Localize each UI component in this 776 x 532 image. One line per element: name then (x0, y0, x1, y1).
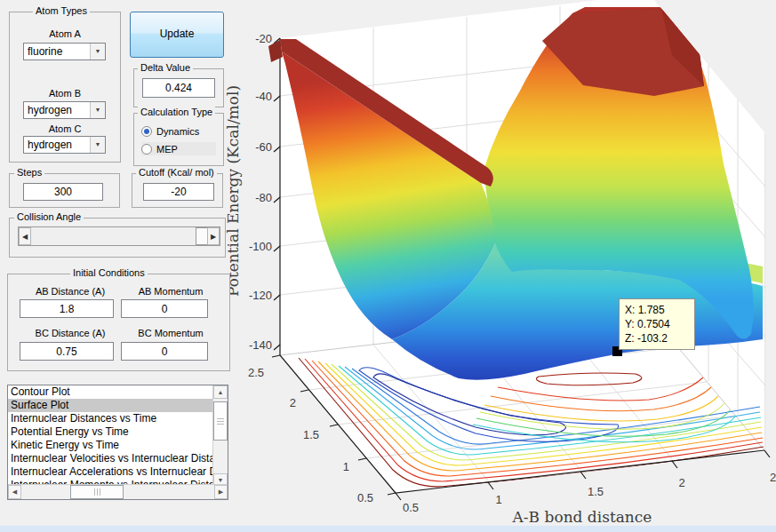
bc-momentum-field[interactable] (121, 342, 208, 361)
chevron-down-icon[interactable]: ▼ (90, 44, 105, 60)
atom-c-label: Atom C (10, 123, 120, 134)
list-item[interactable]: Contour Plot (8, 385, 213, 399)
datatip-x: X: 1.785 (625, 303, 689, 317)
atom-b-value: hydrogen (28, 104, 72, 116)
radio-selected-icon[interactable] (141, 126, 152, 137)
initial-conditions-panel: Initial Conditions AB Distance (A) AB Mo… (7, 274, 230, 371)
delta-value-panel: Delta Value (133, 68, 224, 107)
x-tick-label: 2.5 (763, 471, 776, 484)
datatip-tooltip: X: 1.785 Y: 0.7504 Z: -103.2 (619, 298, 695, 350)
window-bottom-strip (0, 526, 776, 532)
z-tick-label: -80 (240, 191, 272, 204)
atom-c-value: hydrogen (28, 139, 72, 151)
atom-b-label: Atom B (10, 88, 120, 99)
plot-type-listbox[interactable]: Contour Plot Surface Plot Internuclear D… (7, 385, 228, 500)
z-tick-label: -40 (240, 90, 272, 103)
ab-distance-field[interactable] (20, 299, 114, 318)
x-tick-label: 1 (484, 493, 514, 506)
z-tick-label: -20 (240, 32, 272, 45)
atom-types-title: Atom Types (33, 5, 90, 16)
x-tick-label: 0.5 (396, 501, 426, 514)
slider-right-arrow-icon[interactable]: ▶ (207, 227, 220, 245)
vertical-scrollbar[interactable]: ▲ ▼ (212, 385, 228, 487)
slider-left-arrow-icon[interactable]: ◀ (19, 227, 31, 245)
steps-field[interactable] (23, 183, 103, 201)
z-tick-label: -60 (240, 140, 272, 154)
chevron-down-icon[interactable]: ▼ (90, 102, 105, 118)
list-item[interactable]: Internuclear Velocities vs Internuclear … (8, 452, 213, 465)
list-item[interactable]: Kinetic Energy vs Time (8, 439, 213, 452)
radio-dynamics-label: Dynamics (156, 126, 199, 137)
ab-distance-label: AB Distance (A) (17, 286, 124, 297)
list-item[interactable]: Internuclear Accelerations vs Internucle… (8, 465, 213, 479)
bc-distance-field[interactable] (20, 342, 114, 361)
update-button[interactable]: Update (130, 12, 224, 58)
bc-distance-label: BC Distance (A) (17, 328, 124, 338)
radio-unselected-icon[interactable] (141, 144, 152, 155)
atom-a-value: fluorine (28, 45, 62, 58)
delta-value-title: Delta Value (138, 62, 193, 73)
horizontal-scrollbar[interactable]: ◀ ▶ (8, 484, 228, 499)
radio-dynamics[interactable]: Dynamics (141, 124, 199, 138)
y-tick-label: 1 (323, 460, 349, 473)
x-tick-label: 2 (667, 476, 697, 489)
list-item-selected[interactable]: Surface Plot (8, 399, 213, 412)
plot-type-list: Contour Plot Surface Plot Internuclear D… (8, 385, 213, 485)
atom-a-select[interactable]: fluorine ▼ (23, 43, 106, 60)
initial-conditions-title: Initial Conditions (70, 267, 148, 278)
datatip-z: Z: -103.2 (625, 331, 689, 345)
y-tick-label: 2.5 (237, 366, 264, 379)
y-tick-label: 2 (269, 396, 296, 409)
y-tick-label: 1.5 (292, 428, 319, 441)
bc-momentum-label: BC Momentum (122, 328, 220, 338)
atom-b-select[interactable]: hydrogen ▼ (23, 101, 106, 119)
z-tick-label: -140 (240, 338, 272, 352)
cutoff-panel: Cutoff (Kcal/ mol) (132, 173, 223, 208)
calculation-type-title: Calculation Type (138, 107, 215, 117)
z-tick-label: -100 (240, 240, 272, 253)
atom-types-panel: Atom Types Atom A fluorine ▼ Atom B hydr… (9, 12, 121, 163)
collision-angle-panel: Collision Angle ◀ ▶ (9, 218, 226, 258)
radio-mep-label: MEP (156, 144, 178, 155)
ab-momentum-field[interactable] (121, 299, 208, 318)
z-axis-label: Potential Energy (Kcal/mol) (224, 75, 242, 306)
horizontal-scroll-thumb[interactable] (70, 485, 124, 499)
steps-title: Steps (14, 167, 44, 178)
datatip-y: Y: 0.7504 (625, 317, 689, 331)
list-item[interactable]: Potential Energy vs Time (8, 425, 213, 439)
cutoff-field[interactable] (143, 183, 214, 201)
vertical-scroll-thumb[interactable] (213, 401, 228, 441)
scroll-up-icon[interactable]: ▲ (213, 385, 228, 399)
scroll-left-icon[interactable]: ◀ (8, 485, 21, 499)
list-item[interactable]: Internuclear Distances vs Time (8, 412, 213, 425)
application-window: -20 -40 -60 -80 -100 -120 -140 2.5 2 1.5… (0, 0, 776, 532)
atom-a-label: Atom A (10, 28, 120, 39)
x-tick-label: 1.5 (580, 485, 611, 498)
radio-mep[interactable]: MEP (141, 142, 216, 155)
z-tick-label: -120 (240, 289, 272, 302)
calculation-type-panel: Calculation Type Dynamics MEP (133, 113, 224, 166)
scroll-right-icon[interactable]: ▶ (214, 485, 228, 499)
y-tick-label: 0.5 (347, 491, 373, 504)
steps-panel: Steps (9, 173, 120, 208)
chevron-down-icon[interactable]: ▼ (90, 137, 105, 153)
atom-c-select[interactable]: hydrogen ▼ (23, 136, 106, 154)
cutoff-title: Cutoff (Kcal/ mol) (136, 167, 217, 178)
collision-angle-title: Collision Angle (14, 211, 84, 222)
delta-value-field[interactable] (142, 78, 215, 98)
ab-momentum-label: AB Momentum (122, 286, 220, 297)
collision-angle-slider[interactable]: ◀ ▶ (18, 226, 220, 246)
